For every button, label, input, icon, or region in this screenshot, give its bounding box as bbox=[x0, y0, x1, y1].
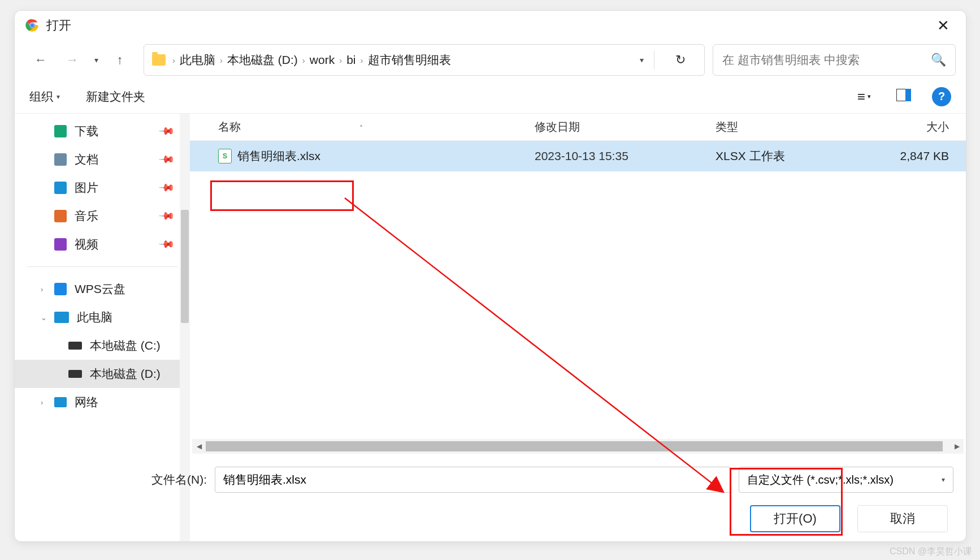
filename-label: 文件名(N): bbox=[151, 472, 207, 488]
toolbar: 组织 ▾ 新建文件夹 ≡ ▾ ? bbox=[15, 80, 966, 114]
arrow-left-icon: ← bbox=[34, 53, 47, 67]
disk-icon bbox=[68, 370, 82, 378]
refresh-icon: ↻ bbox=[675, 53, 686, 67]
chevron-down-icon: ⌄ bbox=[41, 313, 47, 322]
chevron-right-icon: › bbox=[41, 398, 43, 407]
chevron-right-icon: › bbox=[41, 285, 43, 294]
file-size: 2,847 KB bbox=[874, 149, 966, 163]
scroll-left-icon[interactable]: ◀ bbox=[192, 439, 206, 454]
breadcrumb-1[interactable]: 本地磁盘 (D:) bbox=[226, 52, 299, 68]
scrollbar-thumb[interactable] bbox=[206, 441, 943, 451]
search-icon: 🔍 bbox=[931, 53, 946, 67]
network-icon bbox=[54, 397, 67, 407]
horizontal-scrollbar[interactable]: ◀ ▶ bbox=[192, 439, 964, 454]
address-chevron-down-icon[interactable]: ▾ bbox=[640, 55, 644, 64]
disk-icon bbox=[68, 342, 82, 350]
sidebar-item-documents[interactable]: 文档📌 bbox=[15, 145, 190, 174]
sidebar-item-network[interactable]: ›网络 bbox=[15, 388, 190, 416]
svg-point-3 bbox=[31, 24, 34, 28]
column-type[interactable]: 类型 bbox=[716, 119, 874, 135]
sidebar-item-downloads[interactable]: 下载📌 bbox=[15, 117, 190, 145]
document-icon bbox=[54, 153, 67, 166]
back-button[interactable]: ← bbox=[25, 44, 57, 76]
breadcrumb-0[interactable]: 此电脑 bbox=[179, 52, 216, 68]
sidebar-item-thispc[interactable]: ⌄此电脑 bbox=[15, 303, 190, 331]
address-bar[interactable]: › 此电脑 › 本地磁盘 (D:) › work › bi › 超市销售明细表 … bbox=[144, 44, 705, 76]
pc-icon bbox=[54, 312, 69, 323]
chevron-down-icon: ▾ bbox=[57, 93, 60, 101]
close-button[interactable]: ✕ bbox=[931, 13, 956, 38]
sidebar-item-disk-d[interactable]: 本地磁盘 (D:) bbox=[15, 360, 190, 388]
view-menu[interactable]: ≡ ▾ bbox=[853, 85, 875, 108]
breadcrumb-3[interactable]: bi bbox=[345, 53, 357, 67]
search-box[interactable]: 在 超市销售明细表 中搜索 🔍 bbox=[713, 44, 956, 76]
nav-row: ← → ▾ ↑ › 此电脑 › 本地磁盘 (D:) › work › bi › … bbox=[15, 40, 966, 80]
new-folder-button[interactable]: 新建文件夹 bbox=[86, 89, 145, 105]
close-icon: ✕ bbox=[937, 17, 949, 35]
sidebar-divider bbox=[27, 266, 177, 267]
chrome-icon bbox=[25, 18, 40, 33]
xlsx-file-icon: S bbox=[218, 149, 232, 163]
up-button[interactable]: ↑ bbox=[104, 44, 136, 76]
preview-pane-button[interactable] bbox=[892, 85, 915, 108]
breadcrumb-2[interactable]: work bbox=[309, 53, 336, 67]
file-row[interactable]: S 销售明细表.xlsx 2023-10-13 15:35 XLSX 工作表 2… bbox=[190, 141, 966, 171]
forward-button[interactable]: → bbox=[57, 44, 88, 76]
sidebar-item-disk-c[interactable]: 本地磁盘 (C:) bbox=[15, 331, 190, 360]
watermark: CSDN @李昊哲小课 bbox=[890, 546, 972, 558]
pin-icon: 📌 bbox=[158, 179, 175, 196]
column-size[interactable]: 大小 bbox=[874, 119, 966, 135]
pin-icon: 📌 bbox=[158, 207, 175, 225]
titlebar: 打开 ✕ bbox=[15, 11, 966, 40]
svg-rect-5 bbox=[905, 89, 911, 101]
chevron-down-icon: ▾ bbox=[94, 55, 98, 64]
pin-icon: 📌 bbox=[158, 235, 175, 253]
file-name: 销售明细表.xlsx bbox=[237, 148, 535, 164]
help-button[interactable]: ? bbox=[932, 87, 951, 106]
recent-dropdown[interactable]: ▾ bbox=[88, 44, 104, 76]
breadcrumb-sep: › bbox=[172, 55, 175, 65]
breadcrumb-4[interactable]: 超市销售明细表 bbox=[367, 52, 452, 68]
filename-input[interactable] bbox=[215, 467, 731, 493]
sidebar-item-pictures[interactable]: 图片📌 bbox=[15, 174, 190, 202]
folder-icon bbox=[152, 54, 166, 66]
wps-icon bbox=[54, 283, 67, 295]
column-headers: 名称˄ 修改日期 类型 大小 bbox=[190, 114, 966, 141]
refresh-button[interactable]: ↻ bbox=[665, 53, 696, 67]
sort-indicator-icon: ˄ bbox=[359, 124, 363, 132]
sidebar-item-music[interactable]: 音乐📌 bbox=[15, 202, 190, 230]
sidebar-item-wps[interactable]: ›WPS云盘 bbox=[15, 275, 190, 303]
scroll-right-icon[interactable]: ▶ bbox=[950, 439, 964, 454]
picture-icon bbox=[54, 182, 67, 194]
organize-menu[interactable]: 组织 ▾ bbox=[29, 89, 60, 105]
filetype-value: 自定义文件 (*.csv;*.xls;*.xlsx) bbox=[747, 472, 894, 488]
search-placeholder: 在 超市销售明细表 中搜索 bbox=[722, 52, 931, 68]
filetype-select[interactable]: 自定义文件 (*.csv;*.xls;*.xlsx) ▾ bbox=[739, 467, 953, 493]
file-date: 2023-10-13 15:35 bbox=[535, 149, 716, 163]
help-icon: ? bbox=[938, 90, 945, 103]
arrow-right-icon: → bbox=[66, 53, 79, 67]
dialog-footer: 文件名(N): 自定义文件 (*.csv;*.xls;*.xlsx) ▾ 打开(… bbox=[15, 456, 966, 541]
chevron-down-icon: ▾ bbox=[942, 476, 945, 484]
pin-icon: 📌 bbox=[158, 122, 175, 140]
pin-icon: 📌 bbox=[158, 150, 175, 168]
music-icon bbox=[54, 210, 67, 222]
arrow-up-icon: ↑ bbox=[117, 53, 123, 67]
column-date[interactable]: 修改日期 bbox=[535, 119, 716, 135]
video-icon bbox=[54, 238, 67, 251]
cancel-button[interactable]: 取消 bbox=[857, 505, 948, 532]
preview-pane-icon bbox=[896, 89, 911, 104]
organize-label: 组织 bbox=[29, 89, 53, 105]
file-open-dialog: 打开 ✕ ← → ▾ ↑ › 此电脑 › 本地磁盘 (D:) › work › … bbox=[14, 10, 966, 542]
open-button[interactable]: 打开(O) bbox=[750, 505, 840, 532]
scrollbar-thumb[interactable] bbox=[181, 210, 189, 323]
list-view-icon: ≡ bbox=[857, 89, 865, 105]
file-type: XLSX 工作表 bbox=[716, 148, 874, 164]
sidebar-item-videos[interactable]: 视频📌 bbox=[15, 230, 190, 259]
dialog-title: 打开 bbox=[46, 17, 71, 34]
chevron-down-icon: ▾ bbox=[868, 93, 871, 100]
download-icon bbox=[54, 125, 67, 137]
column-name[interactable]: 名称˄ bbox=[218, 119, 535, 135]
